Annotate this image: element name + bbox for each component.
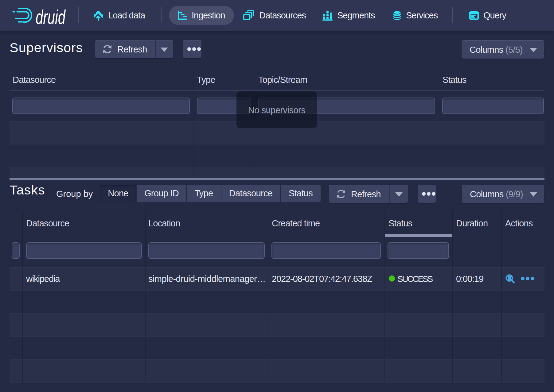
svg-text:druid: druid [36,6,66,26]
